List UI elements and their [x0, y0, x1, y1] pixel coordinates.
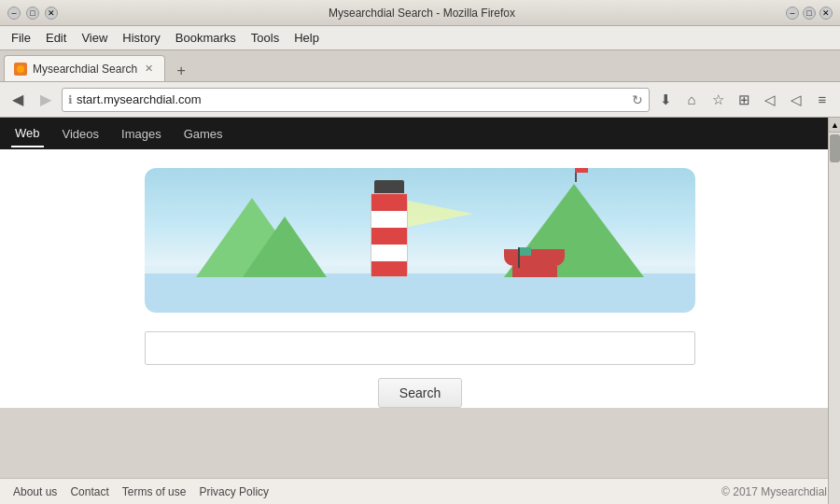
- titlebar-min-btn[interactable]: –: [786, 7, 799, 20]
- scrollbar-up-arrow[interactable]: ▲: [829, 118, 840, 133]
- download-icon[interactable]: ⬇: [653, 88, 678, 112]
- menu-icon[interactable]: ≡: [810, 88, 834, 112]
- tab-label: Mysearchdial Search: [33, 63, 137, 76]
- window-minimize-btn[interactable]: –: [7, 7, 21, 20]
- footer-copyright: © 2017 Mysearchdial: [721, 485, 827, 498]
- search-input[interactable]: [145, 331, 695, 365]
- titlebar-right: – □ ✕: [786, 7, 833, 20]
- nav-web[interactable]: Web: [11, 120, 44, 147]
- menu-tools[interactable]: Tools: [244, 29, 287, 47]
- ship: [504, 249, 565, 277]
- menu-view[interactable]: View: [74, 29, 115, 47]
- search-button[interactable]: Search: [378, 378, 462, 408]
- reader-view-icon[interactable]: ◁: [784, 88, 808, 112]
- footer-terms[interactable]: Terms of use: [122, 485, 187, 498]
- titlebar-close-btn[interactable]: ✕: [819, 7, 833, 20]
- main-content: Search: [0, 149, 840, 408]
- forward-btn[interactable]: ▶: [34, 88, 58, 112]
- window-maximize-btn[interactable]: □: [26, 7, 39, 20]
- search-box: Search: [145, 331, 695, 408]
- window-title: Mysearchdial Search - Mozilla Firefox: [58, 7, 786, 20]
- browser-tab[interactable]: Mysearchdial Search ✕: [4, 55, 165, 81]
- tabbar: Mysearchdial Search ✕ +: [0, 50, 840, 82]
- hero-illustration: [145, 168, 695, 313]
- menu-edit[interactable]: Edit: [38, 29, 74, 47]
- url-text: start.mysearchdial.com: [77, 92, 628, 106]
- footer-about[interactable]: About us: [13, 485, 57, 498]
- navbar: ◀ ▶ ℹ start.mysearchdial.com ↻ ⬇ ⌂ ☆ ⊞ ◁…: [0, 82, 840, 118]
- home-icon[interactable]: ⌂: [679, 88, 704, 112]
- bookmark-list-icon[interactable]: ⊞: [732, 88, 756, 112]
- menu-bookmarks[interactable]: Bookmarks: [168, 29, 244, 47]
- footer-contact[interactable]: Contact: [70, 485, 108, 498]
- search-button-wrapper: Search: [145, 378, 695, 408]
- titlebar: – □ ✕ Mysearchdial Search - Mozilla Fire…: [0, 0, 840, 26]
- nav-games[interactable]: Games: [180, 121, 227, 147]
- footer: About us Contact Terms of use Privacy Po…: [0, 478, 840, 504]
- pocket-icon[interactable]: ◁: [758, 88, 782, 112]
- scrollbar-thumb[interactable]: [830, 134, 840, 162]
- bookmark-star-icon[interactable]: ☆: [706, 88, 730, 112]
- menu-file[interactable]: File: [4, 29, 38, 47]
- address-bar[interactable]: ℹ start.mysearchdial.com ↻: [62, 88, 650, 112]
- scrollbar[interactable]: ▲: [828, 118, 840, 504]
- nav-images[interactable]: Images: [118, 121, 165, 147]
- footer-privacy[interactable]: Privacy Policy: [199, 485, 269, 498]
- search-input-wrapper: [145, 331, 695, 365]
- reload-icon[interactable]: ↻: [632, 92, 643, 107]
- info-icon: ℹ: [68, 93, 73, 106]
- mountain-left-2: [243, 217, 327, 277]
- titlebar-max-btn[interactable]: □: [803, 7, 816, 20]
- titlebar-left: – □ ✕: [7, 7, 58, 20]
- lighthouse: [371, 193, 408, 277]
- footer-links: About us Contact Terms of use Privacy Po…: [13, 485, 269, 498]
- search-nav: Web Videos Images Games: [0, 118, 840, 149]
- tab-favicon: [14, 63, 27, 76]
- menu-help[interactable]: Help: [287, 29, 327, 47]
- menubar: File Edit View History Bookmarks Tools H…: [0, 26, 840, 50]
- new-tab-btn[interactable]: +: [169, 61, 193, 81]
- svg-point-0: [17, 65, 24, 73]
- water: [145, 273, 695, 313]
- tab-close-btn[interactable]: ✕: [143, 63, 155, 75]
- window-close-btn[interactable]: ✕: [45, 7, 58, 20]
- flag-right: [575, 168, 588, 173]
- nav-videos[interactable]: Videos: [59, 121, 104, 147]
- back-btn[interactable]: ◀: [6, 88, 30, 112]
- menu-history[interactable]: History: [115, 29, 167, 47]
- nav-right-buttons: ⬇ ⌂ ☆ ⊞ ◁ ◁ ≡: [653, 88, 834, 112]
